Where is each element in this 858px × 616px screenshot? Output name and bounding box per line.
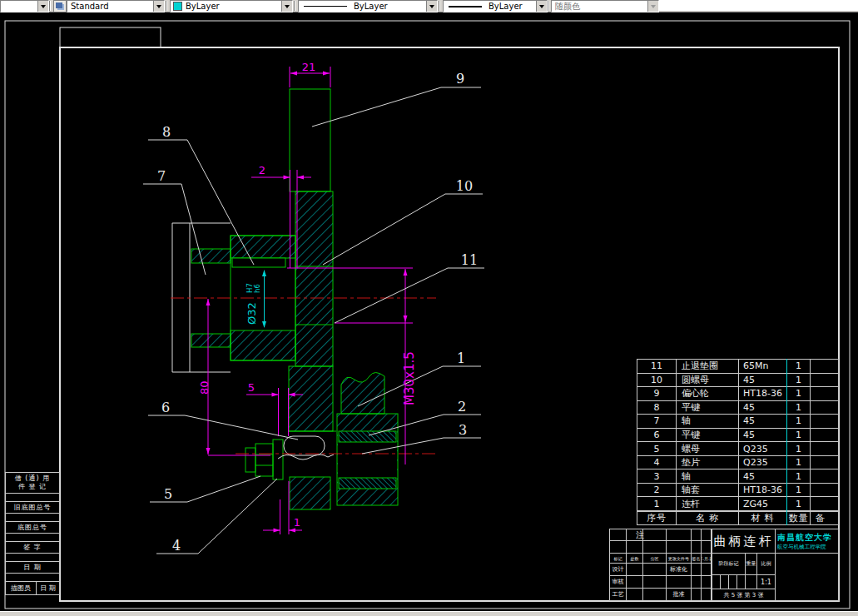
dropdown-arrow-icon[interactable] [281, 1, 292, 12]
dropdown-arrow-icon[interactable] [536, 1, 547, 12]
balloon-label: 11 [461, 252, 478, 268]
plotstyle-combo: 随颜色 [551, 0, 659, 12]
parts-row-material: ZG45 [739, 497, 786, 510]
approve-label: 批准 [667, 589, 691, 600]
lineweight-combo[interactable]: ByLayer [443, 0, 548, 12]
parts-row-name: 垫片 [677, 456, 738, 469]
parts-row-material: HT18-36 [739, 387, 786, 400]
note-label: 注 [636, 529, 644, 541]
balloon-label: 6 [161, 400, 170, 415]
parts-row-remark [811, 469, 838, 483]
left-strip-cell [6, 494, 59, 501]
parts-row-remark [811, 401, 838, 415]
parts-row-material: 45 [739, 415, 786, 428]
autocad-window: 1 2 3 4 5 6 7 8 9 10 11 21 2 80 5 M30x1.… [0, 0, 858, 616]
left-strip-cell: 旧底图总号 [6, 502, 59, 513]
dropdown-arrow-icon[interactable] [37, 1, 48, 12]
dim-text: 80 [198, 380, 211, 395]
parts-row-remark [811, 360, 838, 373]
toolbar-separator [548, 1, 549, 11]
parts-row-qty: 1 [787, 456, 810, 469]
dim-text: M30x1.5 [402, 351, 417, 405]
parts-row-no: 5 [637, 442, 676, 455]
color-swatch [173, 2, 182, 11]
organization: 南昌航空大学 航空与机械工程学院 [775, 529, 839, 554]
parts-row-no: 11 [637, 360, 676, 373]
bore-dimension-text: Ø32 H7 h6 [245, 283, 261, 325]
layer-combo[interactable] [0, 0, 49, 12]
drawing-number-cell [775, 553, 839, 601]
left-strip-cell [6, 554, 59, 561]
left-strip-cell [6, 514, 59, 521]
linetype-combo[interactable]: ByLayer [298, 0, 438, 12]
toolbar-separator [166, 1, 167, 11]
dropdown-arrow-icon[interactable] [426, 1, 437, 12]
parts-row-qty: 1 [787, 401, 810, 415]
toolbar-blank-area [659, 0, 858, 11]
title-block-revision-grid: 标记 处数 分区 更改文件号 签名 年.月.日 设计 标准化 审核 工艺 批准 [609, 529, 712, 601]
header-remark: 备 [811, 512, 838, 524]
parts-row-qty: 1 [787, 360, 810, 373]
header-no: 序号 [637, 512, 676, 524]
dropdown-arrow-icon[interactable] [153, 1, 164, 12]
title-block-scale-grid: 阶段标记 重量 比例 1:1 共 5 张 第 3 张 [712, 553, 776, 601]
left-strip-cell [6, 574, 59, 581]
qty-column-divider [786, 359, 787, 525]
parts-row-no: 7 [637, 415, 676, 428]
parts-row-name: 轴 [677, 469, 738, 483]
parts-row-remark [811, 484, 838, 497]
left-strip-cell: 底图总号 [6, 522, 59, 533]
design-label: 设计 [610, 564, 626, 575]
parts-row-no: 3 [637, 469, 676, 483]
linetype-sample [304, 6, 347, 7]
left-margin-strip: 借 (通) 用 件 登 记 旧底图总号 底图总号 签 字 日 期 [5, 472, 60, 582]
parts-row-name: 平键 [677, 429, 738, 442]
parts-row-name: 连杆 [677, 497, 738, 510]
dim-text: 21 [302, 61, 316, 73]
toolbar-separator [439, 1, 440, 11]
scale-value: 1:1 [757, 575, 775, 589]
header-material: 材 料 [739, 512, 786, 524]
parts-row-remark [811, 387, 838, 400]
dim-text: h6 [253, 284, 261, 293]
toolbar: Standard ByLayer ByLayer ByLayer 随颜色 [0, 0, 858, 12]
style-icon[interactable] [53, 0, 67, 12]
parts-row-material: 45 [739, 469, 786, 483]
parts-row-material: 65Mn [739, 360, 786, 373]
parts-row-qty: 1 [787, 415, 810, 428]
dim-text: 5 [248, 381, 255, 394]
parts-row-remark [811, 497, 838, 510]
color-combo[interactable]: ByLayer [170, 0, 293, 12]
parts-row-material: 45 [739, 401, 786, 415]
parts-row-qty: 1 [787, 429, 810, 442]
parts-table: 11 止退垫圈 65Mn 1 10 圆螺母 45 1 9 偏心轮 HT18-36… [637, 359, 839, 511]
parts-row-no: 10 [637, 374, 676, 387]
parts-row-remark [811, 456, 838, 469]
parts-row-qty: 1 [787, 484, 810, 497]
parts-row-remark [811, 415, 838, 428]
left-strip-cell [6, 534, 59, 541]
balloon-label: 7 [157, 168, 166, 184]
parts-table-header: 序号 名 称 材 料 数量 备 [637, 511, 839, 525]
parts-row-name: 螺母 [677, 442, 738, 455]
header-qty: 数量 [787, 512, 810, 524]
parts-row-no: 1 [637, 497, 676, 510]
toolbar-separator [49, 1, 51, 11]
status-strip [0, 611, 858, 616]
left-strip-cell: 借 (通) 用 件 登 记 [6, 473, 59, 493]
parts-row-no: 4 [637, 456, 676, 469]
header-name: 名 称 [677, 512, 738, 524]
style-combo[interactable]: Standard [67, 0, 165, 12]
parts-row-name: 止退垫圈 [677, 360, 738, 373]
parts-row-no: 6 [637, 429, 676, 442]
balloon-label: 1 [457, 350, 465, 366]
review-label: 审核 [610, 576, 626, 588]
dim-text: 1 [294, 516, 300, 529]
left-strip-cell: 日 期 [6, 562, 59, 573]
parts-row-remark [811, 429, 838, 442]
parts-row-name: 偏心轮 [677, 387, 738, 400]
parts-row-remark [811, 442, 838, 455]
parts-row-qty: 1 [787, 442, 810, 455]
parts-row-material: HT18-36 [739, 484, 786, 497]
parts-row-qty: 1 [787, 387, 810, 400]
